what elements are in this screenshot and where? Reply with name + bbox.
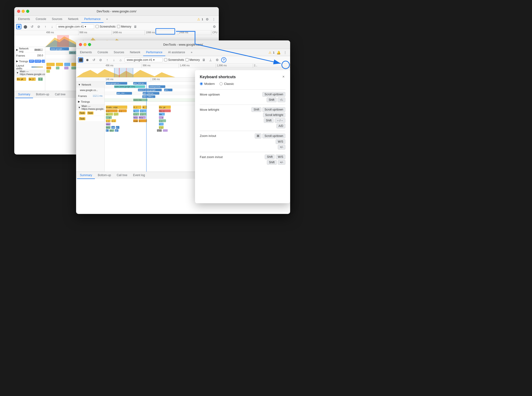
fg-record-icon[interactable]: ⏺ [85,57,90,63]
bg-clear-icon[interactable]: ⊘ [36,24,41,29]
ks-key-shift-fz2: Shift [267,160,277,165]
bg-tab-elements[interactable]: Elements [15,16,33,23]
fg-bell-icon[interactable]: 🔔 [276,50,281,55]
fg-filter-icon[interactable]: ⊥ [208,57,213,63]
bg-maximize-button[interactable] [26,10,29,13]
fg-tab-console[interactable]: Console [95,49,111,56]
bg-memory-label: Memory [121,25,131,28]
fg-screenshots-check[interactable] [164,58,167,61]
fg-track-timings: ▶ Timings [76,99,104,105]
bg-memory-check[interactable] [117,25,120,28]
bg-gear-icon[interactable]: ⚙ [212,24,217,29]
fg-help-icon[interactable]: ? [221,57,226,63]
fg-gear-icon[interactable]: ⚙ [214,57,220,63]
ks-keys-move-lr-inner: Shift Scroll up/down Scroll left/right S… [251,107,285,128]
ks-keys-move-lr: Shift Scroll up/down Scroll left/right S… [233,107,285,128]
bg-bottom-tab-calltree[interactable]: Call tree [52,91,69,98]
bg-ruler-mark-4: 2498 ms [178,30,211,35]
bg-traffic-lights [17,10,29,13]
ks-key-shift-lr2: Shift [264,118,274,123]
fg-bottom-tab-bottomup[interactable]: Bottom-up [95,172,114,179]
bg-reload-icon[interactable]: ↺ [30,24,35,29]
bg-more-icon[interactable]: ⋮ [211,17,216,22]
bg-track-main: ▼ Main — https://www.google.com/ [14,70,45,76]
ks-radio-classic[interactable]: Classic [219,82,234,86]
svg-text:(...): (...) [159,120,162,122]
fg-bottom-tab-calltree[interactable]: Call tree [114,172,130,179]
bg-capture-icon[interactable]: 🖥 [133,24,138,29]
fg-inspect-icon[interactable]: ⬛ [78,57,83,63]
fg-track-main-label: Main — https://www.google.com/ [82,105,105,110]
fg-zoom-mark-0: 146 ms [105,77,151,82]
bg-tab-network[interactable]: Network [65,16,81,23]
fg-memory-check[interactable] [185,58,189,61]
bg-track-frames-value: 150.0 [37,54,43,57]
fg-clear-icon[interactable]: ⊘ [98,57,103,63]
fg-tab-ai[interactable]: AI assistance [165,49,188,56]
ks-keys-zoom-row-3: +/- [278,145,285,150]
fg-bottom-tab-eventlog[interactable]: Event log [130,172,148,179]
bg-ruler-mark-3: 1998 ms [145,30,178,35]
bg-track-timings: ▶ Timings FP FCP LC.. [14,58,45,64]
bg-record-icon[interactable]: ⏹ [16,24,21,29]
svg-text:kKa: kKa [106,123,110,126]
bg-tab-console[interactable]: Console [33,16,49,23]
bg-tab-more[interactable]: » [103,16,111,23]
fg-close-button[interactable] [79,43,82,46]
fg-tab-more[interactable]: » [188,49,195,56]
fg-memory-checkbox[interactable]: Memory [185,58,200,62]
fg-tab-network[interactable]: Network [127,49,143,56]
ks-close-button[interactable]: × [281,74,286,80]
bg-minimize-button[interactable] [22,10,25,13]
bg-close-button[interactable] [17,10,20,13]
fg-minimize-button[interactable] [83,43,87,46]
bg-screenshots-checkbox[interactable]: Screenshots [96,25,116,28]
bg-tab-performance[interactable]: Performance [81,16,103,23]
svg-text:CP: CP [112,127,114,129]
bg-ruler-mark-1: 998 ms [78,30,112,35]
bg-bottom-tab-bottomup[interactable]: Bottom-up [33,91,52,98]
bg-screenshots-check[interactable] [96,25,99,28]
ks-key-ad: A/D [276,124,285,128]
ks-radio-modern[interactable]: Modern [200,82,215,86]
bg-settings-icon[interactable]: ⚙ [205,17,210,22]
fg-download-icon[interactable]: ↓ [111,57,117,63]
bg-net-google: www.google... [50,47,69,50]
svg-rect-3 [46,67,51,70]
fg-ruler: 496 ms 996 ms 1,496 ms 1,996 ms 2... [76,64,290,68]
fg-home-icon[interactable]: ⌂ [118,57,123,63]
fg-tab-sources[interactable]: Sources [111,49,127,56]
bg-memory-checkbox[interactable]: Memory [117,25,131,28]
ks-keys-move-updown: Scroll up/down Shift ↑/↓ [233,92,285,102]
bg-tracks-sidebar: ▶ Network oog deskt... Frames 150.0 ▶ Ti… [14,47,45,91]
ks-row-zoom: Zoom in/out ⌘ Scroll up/down W/S +/- [200,133,285,150]
bg-profile-icon[interactable]: ⬤ [23,24,28,29]
fg-more-icon[interactable]: ⋮ [283,50,288,55]
fg-ruler-3: 1,996 ms [216,64,253,68]
fg-capture-icon[interactable]: 🖥 [201,57,207,63]
fg-screenshots-checkbox[interactable]: Screenshots [164,58,184,62]
bg-download-icon[interactable]: ↓ [49,24,55,29]
fg-bottom-tab-summary[interactable]: Summary [77,172,95,179]
fg-tab-performance[interactable]: Performance [143,49,165,56]
bg-url-box[interactable]: www.google.com #1 ▾ [56,24,94,29]
ks-key-plusminus-fz: +/- [278,160,285,165]
ks-radio-modern-input[interactable] [200,82,203,85]
fg-url-box[interactable]: www.google.com #1 ▾ [125,58,163,62]
bg-tab-sources[interactable]: Sources [49,16,65,23]
fg-ruler-4: 2... [253,64,290,68]
ks-row-move-lr: Move left/right Shift Scroll up/down Scr… [200,107,285,128]
fg-tab-elements[interactable]: Elements [77,49,95,56]
svg-text:$ia: $ia [159,113,162,116]
ks-radio-classic-input[interactable] [219,82,223,85]
fg-reload-icon[interactable]: ↺ [91,57,97,63]
bg-highlight-region [57,35,69,47]
fg-upload-icon[interactable]: ↑ [105,57,110,63]
bg-bottom-tab-summary[interactable]: Summary [15,91,33,98]
fg-track-url-label: www.google.co... [80,89,98,92]
fg-frames-value: 112.1 ms [93,95,102,97]
fg-maximize-button[interactable] [88,43,91,46]
bg-warning-count: 1 [202,18,203,21]
bg-upload-icon[interactable]: ↑ [43,24,48,29]
fg-marker-2 [126,68,127,77]
